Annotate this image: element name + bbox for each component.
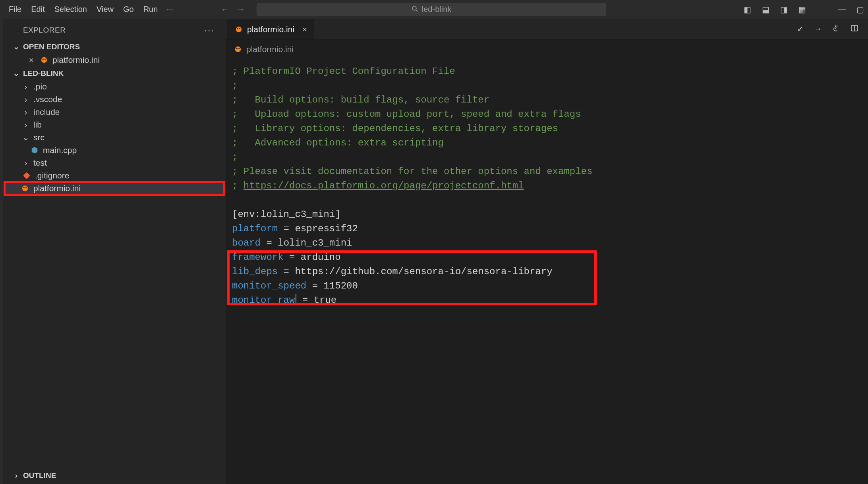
open-editors-header[interactable]: ⌄ OPEN EDITORS xyxy=(3,40,226,54)
tree-folder-src[interactable]: ⌄ src xyxy=(3,131,226,144)
explorer-title: EXPLORER xyxy=(23,26,66,35)
platformio-icon xyxy=(234,46,242,53)
nav-forward-icon[interactable]: → xyxy=(237,5,245,14)
chevron-right-icon: › xyxy=(22,82,29,91)
customize-layout-icon[interactable]: ▦ xyxy=(798,6,806,14)
tree-file-gitignore[interactable]: .gitignore xyxy=(3,169,226,182)
menu-view[interactable]: View xyxy=(92,3,118,15)
command-center[interactable]: led-blink xyxy=(257,3,606,16)
editor-group: platformio.ini × ✓ → platformio.ini ; Pl… xyxy=(226,19,868,484)
tree-label: include xyxy=(33,107,60,117)
tree-label: platformio.ini xyxy=(33,184,81,193)
chevron-right-icon: › xyxy=(13,471,20,480)
chevron-right-icon: › xyxy=(22,107,29,117)
close-icon[interactable]: × xyxy=(27,55,36,65)
explorer-sidebar: EXPLORER ··· ⌄ OPEN EDITORS × platformio… xyxy=(3,19,226,484)
activity-bar xyxy=(0,19,3,484)
workbench: EXPLORER ··· ⌄ OPEN EDITORS × platformio… xyxy=(0,19,868,484)
chevron-down-icon: ⌄ xyxy=(13,69,20,78)
breadcrumb-filename: platformio.ini xyxy=(246,45,294,54)
window-maximize-icon[interactable]: ▢ xyxy=(856,6,864,14)
project-label: LED-BLINK xyxy=(23,69,64,78)
split-editor-icon[interactable] xyxy=(851,24,858,34)
outline-section: › OUTLINE xyxy=(3,467,226,484)
tree-folder-include[interactable]: › include xyxy=(3,106,226,118)
menu-go[interactable]: Go xyxy=(118,3,139,15)
tree-label: .vscode xyxy=(33,95,62,104)
svg-point-7 xyxy=(22,186,28,191)
breadcrumb-bar[interactable]: platformio.ini xyxy=(226,40,868,59)
pio-serial-plug-icon[interactable] xyxy=(832,24,840,34)
explorer-more-icon[interactable]: ··· xyxy=(204,25,216,36)
outline-header[interactable]: › OUTLINE xyxy=(3,467,226,484)
tree-label: .gitignore xyxy=(35,171,69,180)
tab-filename: platformio.ini xyxy=(247,25,294,34)
tree-folder-test[interactable]: › test xyxy=(3,157,226,169)
command-center-text: led-blink xyxy=(422,5,451,14)
svg-rect-6 xyxy=(23,172,30,179)
toggle-secondary-sidebar-icon[interactable]: ◨ xyxy=(780,6,788,14)
svg-point-3 xyxy=(43,59,44,60)
toggle-panel-icon[interactable]: ⬓ xyxy=(762,6,769,14)
tree-label: lib xyxy=(33,120,42,130)
toggle-primary-sidebar-icon[interactable]: ◧ xyxy=(743,6,751,14)
open-editor-item[interactable]: × platformio.ini xyxy=(3,54,226,66)
window-minimize-icon[interactable]: — xyxy=(838,6,846,14)
platformio-icon xyxy=(21,185,29,192)
svg-point-10 xyxy=(236,26,242,32)
git-file-icon xyxy=(22,172,31,179)
svg-point-16 xyxy=(236,48,238,49)
svg-point-4 xyxy=(44,59,46,60)
open-editors-label: OPEN EDITORS xyxy=(23,43,80,51)
tree-label: src xyxy=(33,133,44,142)
menu-overflow[interactable]: ··· xyxy=(162,3,177,15)
svg-point-15 xyxy=(235,46,241,52)
editor-tab-bar: platformio.ini × ✓ → xyxy=(226,19,868,40)
menu-file[interactable]: File xyxy=(4,3,26,15)
tree-label: main.cpp xyxy=(43,145,77,155)
svg-marker-5 xyxy=(32,147,37,153)
svg-point-11 xyxy=(237,28,238,29)
svg-point-17 xyxy=(238,48,240,49)
open-editor-filename: platformio.ini xyxy=(52,55,100,65)
tree-label: test xyxy=(33,158,47,168)
menu-selection[interactable]: Selection xyxy=(50,3,92,15)
project-header[interactable]: ⌄ LED-BLINK xyxy=(3,66,226,80)
tree-folder-pio[interactable]: › .pio xyxy=(3,80,226,93)
chevron-right-icon: › xyxy=(22,95,29,104)
nav-arrows: ← → xyxy=(221,5,245,14)
editor-actions: ✓ → xyxy=(797,24,868,34)
explorer-title-row: EXPLORER ··· xyxy=(3,19,226,40)
nav-back-icon[interactable]: ← xyxy=(221,5,229,14)
cpp-file-icon xyxy=(30,147,39,154)
platformio-icon xyxy=(234,26,243,33)
svg-point-8 xyxy=(23,187,25,188)
chevron-right-icon: › xyxy=(22,120,29,130)
menu-edit[interactable]: Edit xyxy=(26,3,49,15)
code-editor[interactable]: ; PlatformIO Project Configuration File;… xyxy=(226,59,868,484)
platformio-icon xyxy=(40,56,48,64)
tree-folder-vscode[interactable]: › .vscode xyxy=(3,93,226,106)
menu-run[interactable]: Run xyxy=(139,3,163,15)
svg-point-2 xyxy=(41,57,47,63)
layout-controls: ◧ ⬓ ◨ ▦ — ▢ xyxy=(743,6,864,14)
tree-folder-lib[interactable]: › lib xyxy=(3,118,226,131)
chevron-down-icon: ⌄ xyxy=(22,133,29,142)
tree-label: .pio xyxy=(33,82,47,91)
svg-point-0 xyxy=(412,6,416,10)
editor-tab-platformio[interactable]: platformio.ini × xyxy=(227,19,315,39)
pio-build-check-icon[interactable]: ✓ xyxy=(797,24,804,34)
chevron-down-icon: ⌄ xyxy=(13,42,20,51)
outline-label: OUTLINE xyxy=(23,471,56,480)
pio-upload-arrow-icon[interactable]: → xyxy=(814,24,822,34)
search-icon xyxy=(412,5,418,14)
tree-file-platformio-ini[interactable]: platformio.ini xyxy=(5,182,224,195)
svg-point-9 xyxy=(25,187,27,188)
titlebar: File Edit Selection View Go Run ··· ← → … xyxy=(0,0,868,19)
svg-point-12 xyxy=(239,28,240,29)
chevron-right-icon: › xyxy=(22,158,29,168)
svg-line-1 xyxy=(416,10,418,12)
tab-close-icon[interactable]: × xyxy=(302,25,307,34)
tree-file-main-cpp[interactable]: main.cpp xyxy=(3,144,226,157)
